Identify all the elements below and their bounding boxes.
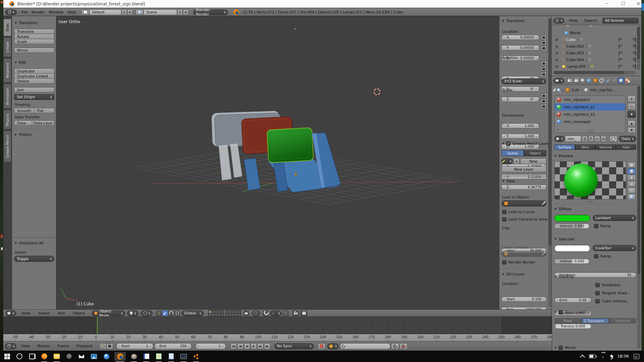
material-slot-signface-a1[interactable]: mtn_signface_a1 bbox=[555, 103, 625, 111]
diffuse-panel-header[interactable]: ▼Diffuse∷∷ bbox=[554, 207, 638, 211]
material-type-halo[interactable]: Halo bbox=[616, 144, 636, 150]
location-x-field[interactable]: ◄X:0.00000► bbox=[501, 35, 539, 40]
render-border-row[interactable]: Render Border bbox=[502, 260, 535, 264]
renderability-camera-icon[interactable] bbox=[635, 57, 636, 62]
render-opengl-button[interactable] bbox=[292, 310, 300, 316]
translate-button[interactable]: Translate bbox=[14, 29, 54, 34]
mirror-checkbox[interactable] bbox=[558, 346, 563, 350]
material-slot-signface-b1[interactable]: mtn_signface_b1 bbox=[555, 111, 625, 118]
taskbar-gimp-icon[interactable] bbox=[129, 352, 138, 361]
tab-modifiers-icon[interactable] bbox=[605, 78, 611, 83]
shading-translucency-slider[interactable]: Transluc:0.000 bbox=[554, 324, 591, 329]
toolshelf-tab-relations[interactable]: Relations bbox=[3, 58, 11, 82]
taskbar-system-monitor-icon[interactable] bbox=[179, 352, 188, 361]
manipulator-axes-button[interactable] bbox=[156, 310, 162, 316]
material-new-button[interactable]: + bbox=[594, 136, 600, 142]
outliner-row-lamp005[interactable]: ⊕ Lamp.005 | bbox=[555, 63, 637, 70]
gpencil-add-icon[interactable]: + bbox=[514, 158, 520, 164]
toolshelf-tab-physics[interactable]: Physics bbox=[3, 110, 11, 129]
jump-to-end-button[interactable]: ▶▶| bbox=[264, 343, 270, 349]
proportional-edit-select[interactable] bbox=[252, 310, 260, 316]
material-slot-remove-button[interactable]: − bbox=[628, 103, 636, 110]
diffuse-intensity-slider[interactable]: Intensit: 0.800 bbox=[554, 224, 589, 229]
toolshelf-tab-animation[interactable]: Animation bbox=[3, 84, 11, 109]
expand-icon[interactable]: ⊕ bbox=[555, 38, 558, 42]
material-slot-stonewall[interactable]: mtn_stonewall bbox=[555, 118, 625, 125]
delete-keyframe-button[interactable] bbox=[399, 343, 408, 349]
wifi-icon[interactable] bbox=[600, 355, 605, 358]
timeline-menu-view[interactable]: View bbox=[19, 344, 32, 348]
shading-emit-field[interactable]: ◄Emit:0.00► bbox=[554, 298, 591, 303]
taskbar-start-button[interactable] bbox=[3, 352, 11, 361]
use-preview-range-button[interactable] bbox=[100, 343, 106, 349]
operator-panel-header[interactable]: ▼(De)select All∷∷ bbox=[15, 241, 54, 245]
auto-keyframe-button[interactable] bbox=[318, 343, 325, 349]
eyedropper-icon[interactable] bbox=[542, 202, 545, 205]
taskbar-mail-icon[interactable] bbox=[77, 352, 86, 361]
screen-layout-add-button[interactable]: + bbox=[121, 9, 127, 15]
timeline-tracks[interactable] bbox=[3, 317, 552, 334]
transparency-checkbox[interactable] bbox=[558, 310, 563, 314]
preview-sphere-button[interactable] bbox=[628, 168, 636, 174]
frame-end-field[interactable]: ◄End:250► bbox=[155, 343, 192, 349]
render-opengl-anim-button[interactable] bbox=[300, 310, 308, 316]
menu-render[interactable]: Render bbox=[30, 10, 47, 14]
pin-icon[interactable] bbox=[553, 88, 556, 92]
material-nodes-button[interactable] bbox=[609, 136, 618, 142]
maximize-button[interactable]: ☐ bbox=[618, 1, 628, 6]
visibility-eye-icon[interactable] bbox=[619, 44, 620, 49]
taskbar-media-app-icon[interactable] bbox=[192, 352, 200, 361]
viewport-menu-add[interactable]: Add bbox=[56, 311, 67, 315]
preview-cube-button[interactable] bbox=[628, 175, 636, 181]
renderability-camera-icon[interactable] bbox=[635, 44, 636, 49]
outliner-row-cube003[interactable]: ⊕ ▽ Cube.003 |▽ bbox=[555, 50, 637, 56]
lock-to-cursor-row[interactable]: Lock to Cursor bbox=[502, 210, 535, 214]
tab-world-icon[interactable] bbox=[586, 78, 592, 83]
screen-layout-field[interactable]: Default bbox=[89, 9, 121, 15]
scale-x-lock[interactable] bbox=[541, 93, 546, 98]
mirror-panel-header[interactable]: ▼ Mirror∷∷ bbox=[554, 346, 638, 350]
breadcrumb-object[interactable]: Cub bbox=[572, 88, 579, 92]
local-camera-field[interactable] bbox=[501, 251, 546, 257]
expand-icon[interactable]: ⊕ bbox=[555, 64, 558, 69]
taskbar-task-view-icon[interactable] bbox=[28, 352, 36, 361]
pivot-center-select[interactable]: ▲▼ bbox=[141, 310, 153, 316]
location-y-lock[interactable] bbox=[541, 40, 546, 45]
frame-start-field[interactable]: ◄Start:1► bbox=[116, 343, 153, 349]
material-type-wire[interactable]: Wire bbox=[575, 144, 595, 150]
visibility-eye-icon[interactable] bbox=[619, 57, 620, 62]
snap-target-button[interactable] bbox=[282, 310, 289, 316]
manipulator-rotate-button[interactable] bbox=[168, 310, 174, 316]
outliner-row-cube[interactable]: ⊕ ▽ Cube |▽ bbox=[555, 36, 637, 43]
npanel-view-header[interactable]: ▼View∷∷ bbox=[502, 179, 547, 183]
scene-delete-button[interactable]: ✕ bbox=[183, 9, 189, 15]
preview-world-button[interactable] bbox=[628, 194, 636, 200]
visibility-eye-icon[interactable] bbox=[619, 37, 620, 42]
taskbar-browser-icon[interactable] bbox=[102, 352, 111, 361]
timeline-menu-marker[interactable]: Marker bbox=[35, 344, 52, 348]
timeline-menu-playback[interactable]: Playback bbox=[74, 344, 95, 348]
gpencil-new-button[interactable]: New bbox=[520, 158, 546, 164]
current-frame-field[interactable]: ◄1► bbox=[196, 343, 226, 349]
npanel-3dcursor-header[interactable]: ▼3D Cursor∷∷ bbox=[502, 272, 547, 277]
outliner-filter-select[interactable]: All Scenes bbox=[602, 18, 639, 23]
tab-texture-icon[interactable] bbox=[625, 78, 631, 83]
taskbar-notepad-icon[interactable] bbox=[167, 352, 175, 361]
mesh-sign-green[interactable] bbox=[267, 128, 314, 163]
gpencil-new-layer-button[interactable]: New Layer bbox=[501, 166, 546, 172]
set-origin-select[interactable]: Set Origin▲▼ bbox=[14, 94, 54, 100]
transform-orientation-select[interactable]: Global▲▼ bbox=[181, 310, 204, 316]
tray-expand-icon[interactable] bbox=[580, 354, 585, 360]
taskbar-photos-icon[interactable] bbox=[90, 352, 98, 361]
expand-icon[interactable]: ⊕ bbox=[555, 44, 558, 49]
specular-color-swatch[interactable] bbox=[554, 245, 590, 252]
specular-panel-header[interactable]: ▼Specular∷∷ bbox=[554, 237, 638, 241]
editor-type-timeline-select[interactable]: ▲▼ bbox=[5, 343, 16, 349]
clock-text[interactable]: 18:06 bbox=[617, 354, 629, 359]
renderability-camera-icon[interactable] bbox=[635, 64, 636, 69]
keying-set-select[interactable]: ▲▼ bbox=[327, 343, 339, 349]
snap-element-select[interactable]: ↔▲▼ bbox=[270, 310, 281, 316]
tab-scene-icon[interactable] bbox=[580, 78, 585, 83]
delete-button[interactable]: Delete bbox=[14, 78, 54, 84]
scene-icon[interactable] bbox=[136, 9, 144, 15]
